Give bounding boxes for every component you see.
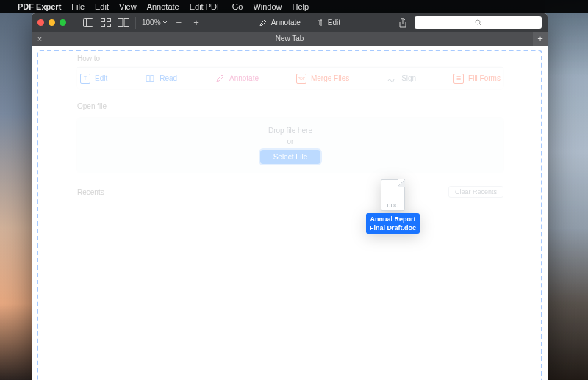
pen-icon	[259, 18, 268, 27]
howto-section-label: How to	[77, 50, 503, 67]
form-icon: ☰	[453, 74, 464, 84]
text-icon: T	[80, 74, 90, 84]
svg-rect-2	[101, 18, 105, 21]
zoom-value: 100%	[142, 18, 161, 26]
tab-close-button[interactable]: ×	[32, 35, 48, 43]
macos-menubar: PDF Expert File Edit View Annotate Edit …	[0, 0, 588, 13]
desktop-wallpaper-right	[545, 0, 588, 380]
svg-line-10	[479, 24, 481, 26]
toolbar-divider	[135, 17, 136, 29]
window-minimize-button[interactable]	[49, 19, 55, 26]
howto-row: T Edit Read Annotate PDF Merge Files	[77, 67, 503, 89]
book-icon	[145, 74, 155, 84]
dragged-file[interactable]: DOC Annual Report Final Draft.doc	[366, 179, 420, 234]
menu-go[interactable]: Go	[232, 2, 243, 11]
howto-edit-label: Edit	[95, 74, 107, 82]
dropzone[interactable]: Drop file here or Select File	[77, 118, 503, 173]
annotate-mode-button[interactable]: Annotate	[254, 18, 305, 27]
pencil-icon	[215, 74, 225, 84]
app-menu[interactable]: PDF Expert	[18, 2, 61, 11]
howto-fill-label: Fill Forms	[468, 74, 501, 82]
menu-help[interactable]: Help	[293, 2, 309, 11]
signature-icon	[387, 74, 397, 84]
howto-merge[interactable]: PDF Merge Files	[296, 74, 349, 84]
chevron-down-icon	[162, 21, 168, 24]
app-window: 100% − + Annotate Edit × New Tab + How t…	[32, 13, 548, 380]
svg-rect-0	[84, 18, 93, 26]
tab-title: New Tab	[32, 35, 548, 43]
edit-mode-button[interactable]: Edit	[311, 18, 345, 27]
howto-annotate[interactable]: Annotate	[215, 74, 259, 84]
howto-annotate-label: Annotate	[229, 74, 259, 82]
openfile-section-label: Open file	[77, 98, 503, 115]
svg-point-9	[476, 20, 480, 24]
pdf-merge-icon: PDF	[296, 74, 306, 84]
svg-rect-5	[107, 24, 111, 26]
annotate-label: Annotate	[271, 18, 301, 26]
svg-rect-4	[101, 24, 105, 26]
menu-annotate[interactable]: Annotate	[147, 2, 179, 11]
zoom-in-button[interactable]: +	[190, 17, 202, 28]
howto-sign[interactable]: Sign	[387, 74, 416, 84]
howto-edit[interactable]: T Edit	[80, 74, 107, 84]
tab-bar: × New Tab +	[32, 32, 548, 46]
howto-read-label: Read	[159, 74, 177, 82]
file-extension: DOC	[381, 203, 404, 208]
share-icon[interactable]	[397, 18, 409, 28]
svg-rect-6	[118, 18, 123, 26]
edit-label: Edit	[328, 18, 340, 26]
text-edit-icon	[315, 18, 324, 27]
dropzone-or: or	[77, 136, 503, 147]
zoom-out-button[interactable]: −	[173, 17, 185, 28]
window-close-button[interactable]	[37, 19, 44, 26]
split-view-icon[interactable]	[118, 18, 129, 28]
howto-merge-label: Merge Files	[311, 74, 349, 82]
zoom-control[interactable]: 100%	[142, 18, 168, 26]
menu-edit[interactable]: Edit	[95, 2, 109, 11]
dropzone-text: Drop file here	[77, 125, 503, 136]
search-field[interactable]	[415, 16, 542, 29]
file-name-label: Annual Report Final Draft.doc	[366, 213, 420, 234]
select-file-button[interactable]: Select File	[260, 150, 321, 164]
howto-sign-label: Sign	[401, 74, 416, 82]
search-icon	[475, 19, 482, 26]
thumbnails-icon[interactable]	[100, 18, 112, 28]
menu-file[interactable]: File	[71, 2, 85, 11]
sidebar-toggle-icon[interactable]	[82, 18, 94, 28]
window-toolbar: 100% − + Annotate Edit	[32, 13, 548, 32]
recents-section-label: Recents	[77, 188, 104, 196]
menu-editpdf[interactable]: Edit PDF	[190, 2, 222, 11]
window-maximize-button[interactable]	[60, 19, 66, 26]
menu-window[interactable]: Window	[253, 2, 282, 11]
new-tab-button[interactable]: +	[533, 32, 548, 46]
clear-recents-button[interactable]: Clear Recents	[448, 186, 503, 198]
window-controls	[37, 19, 66, 26]
svg-rect-7	[124, 18, 129, 26]
menu-view[interactable]: View	[119, 2, 137, 11]
file-icon: DOC	[381, 179, 405, 211]
content-area[interactable]: How to T Edit Read Annotate	[32, 46, 548, 380]
svg-rect-3	[107, 18, 111, 21]
howto-fill[interactable]: ☰ Fill Forms	[453, 74, 501, 84]
howto-read[interactable]: Read	[145, 74, 177, 84]
